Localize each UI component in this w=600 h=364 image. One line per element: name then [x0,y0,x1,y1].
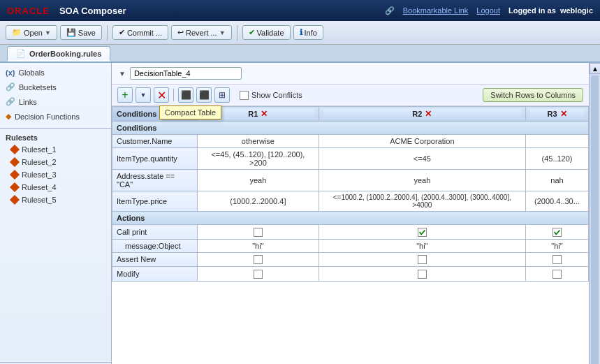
sidebar-item-bucketsets[interactable]: 🔗 Bucketsets [0,80,111,94]
r3-itemtype-price[interactable]: (2000.4..30... [526,191,589,212]
revert-label: Revert ... [186,29,217,37]
table-name-input[interactable] [130,67,242,80]
sidebar-ruleset-3[interactable]: Ruleset_3 [0,168,111,181]
r1-itemtype-quantity[interactable]: <=45, (45..120), [120..200), >200 [198,148,319,170]
r3-address-state[interactable]: nah [526,170,589,191]
r2-itemtype-quantity[interactable]: <=45 [319,148,525,170]
delete-button[interactable]: ✕ [154,87,169,103]
header-right: 🔗 Bookmarkable Link Logout Logged in as … [385,6,593,15]
r1-assert-new[interactable] [198,252,319,267]
info-icon: ℹ [300,28,302,37]
sidebar-ruleset-2[interactable]: Ruleset_2 [0,156,111,168]
r3-customer-name[interactable] [526,135,589,148]
revert-button[interactable]: ↩ Revert ... ▼ [171,25,232,40]
show-conflicts-checkbox[interactable] [240,91,249,100]
r2-address-state[interactable]: yeah [319,170,525,191]
validate-button[interactable]: ✔ Validate [242,25,291,40]
table-row: Address.state == "CA" yeah yeah nah [112,170,589,191]
conditions-section-header: Conditions [112,122,589,135]
r1-label: R1 [248,110,258,118]
folder-icon: 📁 [12,28,22,37]
vertical-scrollbar: ▲ ▼ [589,63,600,364]
sidebar-ruleset-1[interactable]: Ruleset_1 [0,143,111,156]
r2-assert-new-checkbox[interactable] [418,255,427,264]
ruleset-4-label: Ruleset_4 [22,183,57,191]
r2-message-object[interactable]: "hi" [319,239,525,252]
compact-table-button[interactable]: ⊞ [214,87,230,103]
r1-call-print-checkbox[interactable] [254,228,263,237]
open-dropdown-arrow[interactable]: ▼ [45,29,51,36]
r1-itemtype-price[interactable]: (1000.2..2000.4] [198,191,319,212]
ruleset-diamond-icon [10,170,20,180]
insert-col-before-button[interactable]: ⬛ [178,87,193,103]
r3-assert-new-checkbox[interactable] [553,255,562,264]
r1-modify[interactable] [198,267,319,282]
sidebar-item-decision-functions[interactable]: ◆ Decision Functions [0,109,111,124]
logout-link[interactable]: Logout [476,6,500,15]
r2-call-print-checkbox[interactable] [418,228,427,237]
r2-close-button[interactable]: ✕ [425,109,432,119]
r3-close-button[interactable]: ✕ [560,109,567,119]
insert-col-after-button[interactable]: ⬛ [196,87,212,103]
revert-dropdown-arrow[interactable]: ▼ [219,29,226,36]
r3-itemtype-quantity[interactable]: (45..120) [526,148,589,170]
info-button[interactable]: ℹ Info [293,25,323,40]
r3-modify[interactable] [526,267,589,282]
bucketsets-icon: 🔗 [6,82,15,92]
bookmarkable-link[interactable]: Bookmarkable Link [403,6,469,15]
table-row: ItemType.quantity <=45, (45..120), [120.… [112,148,589,170]
r3-modify-checkbox[interactable] [553,270,562,279]
show-conflicts-label[interactable]: Show Conflicts [240,91,302,100]
add-button[interactable]: + [117,87,133,103]
sidebar-ruleset-5[interactable]: Ruleset_5 [0,194,111,206]
sidebar-globals-label: Globals [18,68,44,77]
r1-assert-new-checkbox[interactable] [254,255,263,264]
r2-modify-checkbox[interactable] [418,270,427,279]
main-toolbar: 📁 Open ▼ 💾 Save ✔ Commit ... ↩ Revert ..… [0,21,600,45]
validate-label: Validate [257,29,284,37]
content-header: ▼ [112,63,589,85]
scroll-up-button[interactable]: ▲ [590,63,600,74]
add-dropdown-button[interactable]: ▼ [136,87,151,103]
tab-order-booking[interactable]: 📄 OrderBooking.rules [7,46,110,61]
act-sep-1 [173,89,174,101]
sidebar-item-links[interactable]: 🔗 Links [0,94,111,109]
r1-modify-checkbox[interactable] [254,270,263,279]
expand-icon[interactable]: ▼ [119,70,126,78]
rule-r3-header: R3 ✕ [526,107,589,122]
r2-label: R2 [412,110,422,118]
save-icon: 💾 [66,28,76,37]
condition-itemtype-price: ItemType.price [112,191,198,212]
sidebar-item-globals[interactable]: (x) Globals [0,66,111,80]
r2-call-print[interactable] [319,225,525,240]
r1-close-button[interactable]: ✕ [261,109,268,119]
r1-address-state[interactable]: yeah [198,170,319,191]
r3-call-print[interactable] [526,225,589,240]
sidebar-ruleset-4[interactable]: Ruleset_4 [0,181,111,194]
globals-icon: (x) [6,68,15,77]
r1-message-object[interactable]: "hi" [198,239,319,252]
ruleset-diamond-icon [10,145,20,154]
app-header: ORACLE SOA Composer 🔗 Bookmarkable Link … [0,0,600,21]
table-row: Modify [112,267,589,282]
r1-call-print[interactable] [198,225,319,240]
table-row: message:Object "hi" "hi" "hi" [112,239,589,252]
save-label: Save [78,29,96,37]
r2-modify[interactable] [319,267,525,282]
r3-message-object[interactable]: "hi" [526,239,589,252]
r3-assert-new[interactable] [526,252,589,267]
r2-customer-name[interactable]: ACME Corporation [319,135,525,148]
scroll-thumb[interactable] [591,75,599,364]
sidebar-df-label: Decision Functions [15,112,80,121]
sidebar-links-label: Links [19,98,37,106]
r2-assert-new[interactable] [319,252,525,267]
commit-button[interactable]: ✔ Commit ... [112,25,168,40]
r2-itemtype-price[interactable]: <=1000.2, (1000.2..2000.4], (2000.4..300… [319,191,525,212]
open-button[interactable]: 📁 Open ▼ [6,25,57,40]
main-area: (x) Globals 🔗 Bucketsets 🔗 Links ◆ Decis… [0,63,600,364]
save-button[interactable]: 💾 Save [60,25,102,40]
switch-rows-columns-button[interactable]: Switch Rows to Columns [483,88,583,102]
r1-customer-name[interactable]: otherwise [198,135,319,148]
r3-call-print-checkbox[interactable] [553,228,562,237]
commit-label: Commit ... [127,29,162,37]
